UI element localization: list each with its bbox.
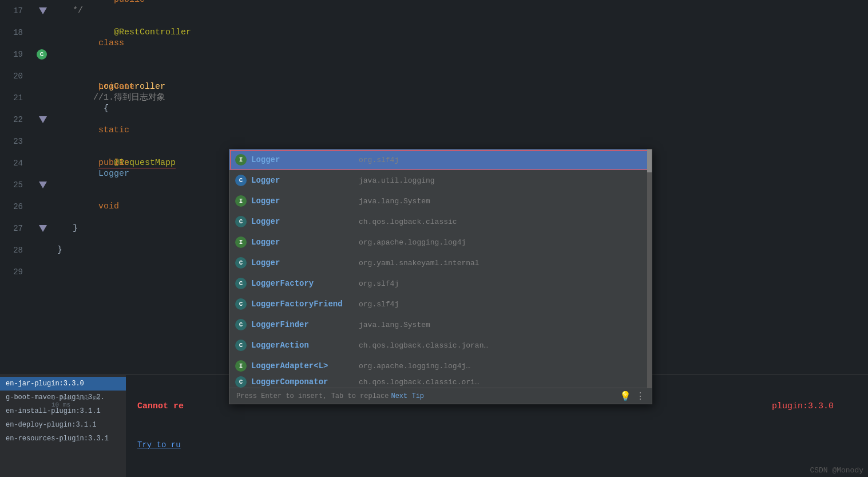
ac-icon-3: C bbox=[235, 216, 247, 227]
ac-name-9: LoggerAction bbox=[251, 341, 354, 350]
ac-name-0: Logger bbox=[251, 155, 354, 164]
ac-name-8: LoggerFinder bbox=[251, 320, 354, 329]
ac-package-9: ch.qos.logback.classic.joran… bbox=[359, 341, 488, 350]
line-num-21: 21 bbox=[0, 87, 34, 109]
line-num-24: 24 bbox=[0, 152, 34, 174]
ac-item-6[interactable]: C LoggerFactory org.slf4j bbox=[229, 273, 652, 294]
ac-name-3: Logger bbox=[251, 217, 354, 226]
ac-item-1[interactable]: C Logger java.util.logging bbox=[229, 170, 652, 191]
ac-icon-7: C bbox=[235, 298, 247, 310]
line-num-19: 19 bbox=[0, 44, 34, 65]
indent-25 bbox=[98, 136, 114, 146]
gutter-19: C bbox=[34, 49, 51, 60]
bookmark-icon-27 bbox=[39, 225, 47, 232]
ac-item-4[interactable]: I Logger org.apache.logging.log4j bbox=[229, 232, 652, 253]
kw-public-25: public bbox=[98, 158, 129, 168]
plugin-item-0[interactable]: en-jar-plugin:3.3.0 bbox=[0, 377, 126, 391]
ac-icon-10: I bbox=[235, 360, 247, 372]
lightbulb-icon: 💡 bbox=[620, 391, 631, 402]
next-tip-label[interactable]: Next Tip bbox=[391, 392, 424, 400]
ac-footer-text: Press Enter to insert, Tab to replace bbox=[236, 392, 389, 400]
ac-package-3: ch.qos.logback.classic bbox=[359, 218, 457, 226]
panel-error-text: Cannot re bbox=[137, 401, 184, 411]
panel-plugin-text: plugin:3.3.0 bbox=[772, 401, 834, 411]
ac-item-0[interactable]: I Logger org.slf4j bbox=[229, 149, 652, 170]
plugin-item-3[interactable]: en-deploy-plugin:3.1.1 bbox=[0, 418, 126, 432]
bookmark-icon-17 bbox=[39, 7, 47, 14]
ac-icon-2: I bbox=[235, 195, 247, 207]
ac-scrollbar[interactable] bbox=[647, 149, 652, 388]
ac-icon-4: I bbox=[235, 236, 247, 248]
ac-name-10: LoggerAdapter<L> bbox=[251, 361, 354, 370]
plugin-list: en-jar-plugin:3.3.0 g-boot-maven-plugin:… bbox=[0, 374, 126, 477]
kw-public-19: public bbox=[98, 0, 145, 5]
ac-scrollbar-thumb bbox=[647, 149, 652, 172]
ac-package-7: org.slf4j bbox=[359, 300, 399, 309]
line-num-20: 20 bbox=[0, 65, 34, 87]
ac-icon-5: C bbox=[235, 257, 247, 269]
gutter-22 bbox=[34, 116, 51, 123]
timing-1: 6 sec, 365 ms bbox=[51, 395, 101, 401]
timing-2: 10 ms bbox=[51, 401, 101, 408]
bookmark-icon-22 bbox=[39, 116, 47, 123]
ac-name-6: LoggerFactory bbox=[251, 279, 354, 288]
menu-icon: ⋮ bbox=[636, 391, 645, 402]
ac-name-2: Logger bbox=[251, 196, 354, 206]
ac-name-4: Logger bbox=[251, 238, 354, 247]
line-num-25: 25 bbox=[0, 174, 34, 196]
ac-package-10: org.apache.logging.log4j… bbox=[359, 362, 470, 370]
plugin-item-4[interactable]: en-resources-plugin:3.3.1 bbox=[0, 432, 126, 446]
ac-footer-icons: 💡 ⋮ bbox=[620, 391, 645, 402]
ac-package-1: java.util.logging bbox=[359, 176, 435, 185]
ac-icon-0: I bbox=[235, 154, 247, 165]
gutter-27 bbox=[34, 225, 51, 232]
ac-package-2: java.lang.System bbox=[359, 197, 430, 206]
ac-item-11[interactable]: C LoggerComponator ch.qos.logback.classi… bbox=[229, 376, 652, 388]
ac-name-7: LoggerFactoryFriend bbox=[251, 299, 354, 309]
panel-timing: 6 sec, 365 ms 10 ms bbox=[51, 395, 101, 408]
ac-package-5: org.yaml.snakeyaml.internal bbox=[359, 259, 479, 267]
ac-name-1: Logger bbox=[251, 176, 354, 185]
ac-name-11: LoggerComponator bbox=[251, 377, 354, 387]
bookmark-icon-25 bbox=[39, 182, 47, 188]
kw-void-25: void bbox=[98, 202, 119, 211]
ac-item-3[interactable]: C Logger ch.qos.logback.classic bbox=[229, 211, 652, 232]
gutter-17 bbox=[34, 7, 51, 14]
ac-icon-11: C bbox=[235, 376, 247, 388]
ac-icon-9: C bbox=[235, 340, 247, 351]
line-num-29: 29 bbox=[0, 261, 34, 283]
watermark: CSDN @Monody bbox=[810, 466, 863, 475]
space-25 bbox=[98, 180, 104, 190]
indent-22 bbox=[98, 60, 134, 70]
ac-package-11: ch.qos.logback.classic.ori… bbox=[359, 378, 479, 387]
ac-icon-8: C bbox=[235, 319, 247, 330]
ac-item-8[interactable]: C LoggerFinder java.lang.System bbox=[229, 314, 652, 335]
ac-item-5[interactable]: C Logger org.yaml.snakeyaml.internal bbox=[229, 253, 652, 273]
cursor-icon-19: C bbox=[37, 49, 47, 60]
ac-name-5: Logger bbox=[251, 258, 354, 267]
line-num-23: 23 bbox=[0, 131, 34, 152]
ac-item-2[interactable]: I Logger java.lang.System bbox=[229, 191, 652, 211]
ac-item-10[interactable]: I LoggerAdapter<L> org.apache.logging.lo… bbox=[229, 356, 652, 376]
ac-item-9[interactable]: C LoggerAction ch.qos.logback.classic.jo… bbox=[229, 335, 652, 356]
space-19 bbox=[98, 17, 104, 26]
ac-icon-6: C bbox=[235, 278, 247, 289]
line-num-26: 26 bbox=[0, 196, 34, 218]
panel-try-run: Try to ru bbox=[137, 440, 181, 450]
kw-private-22: private bbox=[98, 82, 134, 92]
ac-footer: Press Enter to insert, Tab to replace Ne… bbox=[229, 388, 652, 404]
ac-item-7[interactable]: C LoggerFactoryFriend org.slf4j bbox=[229, 294, 652, 314]
line-num-27: 27 bbox=[0, 218, 34, 239]
autocomplete-dropdown[interactable]: I Logger org.slf4j C Logger java.util.lo… bbox=[229, 149, 652, 404]
ac-package-4: org.apache.logging.log4j bbox=[359, 238, 466, 247]
line-num-28: 28 bbox=[0, 239, 34, 261]
gutter-25 bbox=[34, 182, 51, 188]
line-num-22: 22 bbox=[0, 109, 34, 131]
line-num-18: 18 bbox=[0, 22, 34, 44]
ac-icon-1: C bbox=[235, 175, 247, 186]
line-num-17: 17 bbox=[0, 0, 34, 22]
ac-package-0: org.slf4j bbox=[359, 156, 399, 164]
ac-package-6: org.slf4j bbox=[359, 279, 399, 288]
ac-package-8: java.lang.System bbox=[359, 321, 430, 329]
